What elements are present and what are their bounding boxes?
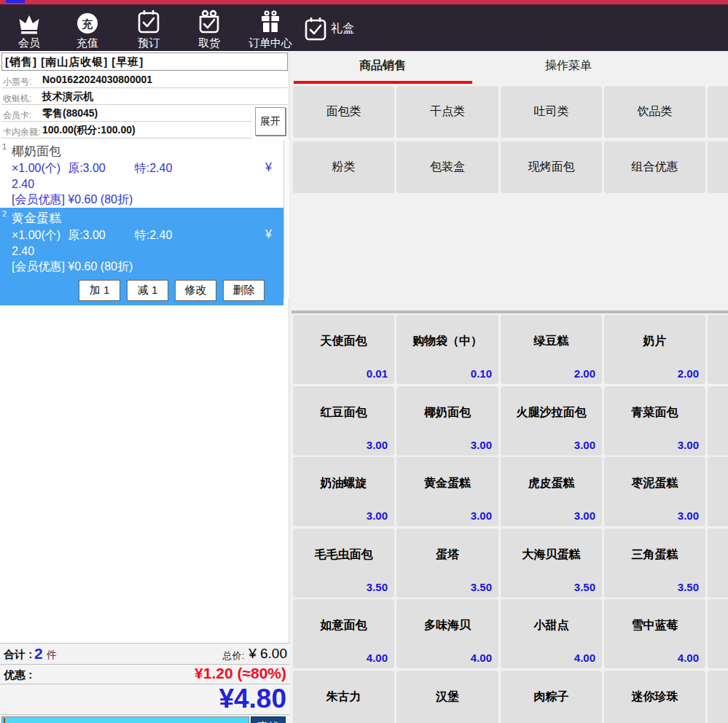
register-value: 技术演示机 — [42, 90, 93, 103]
product-cell-partial[interactable] — [708, 528, 728, 598]
category-bread[interactable]: 面包类 — [293, 86, 394, 138]
product-name: 雪中蓝莓 — [604, 618, 705, 633]
expand-button[interactable]: 展开 — [255, 107, 286, 136]
member-card-row: 会员卡: 零售(88045) — [1, 105, 252, 122]
cart-item-actions: 加 1 减 1 修改 删除 — [0, 275, 283, 305]
cart-item-selected[interactable]: 2 黄金蛋糕 ×1.00(个) 原:3.00 特:2.40 ¥ 2.40 [会员… — [0, 208, 283, 305]
cart-item-discount: [会员优惠] ¥0.60 (80折) — [0, 258, 283, 275]
product-cell[interactable]: 奶片 2.00 — [604, 315, 705, 384]
product-price: 3.50 — [367, 581, 388, 593]
product-name: 汉堡 — [396, 689, 498, 705]
category-boxes[interactable]: 包装盒 — [396, 141, 498, 193]
product-name: 奶油螺旋 — [293, 476, 394, 491]
cart-item-qty: ×1.00(个) — [12, 161, 60, 176]
product-cell[interactable]: 三角蛋糕 3.50 — [604, 528, 705, 598]
category-cell-partial[interactable] — [708, 141, 728, 193]
cart-item-discount: [会员优惠] ¥0.60 (80折) — [0, 191, 283, 208]
toolbar-item-order-center[interactable]: 订单中心 — [243, 7, 298, 50]
product-cell[interactable]: 椰奶面包 3.00 — [396, 386, 498, 456]
member-card-value: 零售(88045) — [42, 107, 98, 120]
cart-item[interactable]: 1 椰奶面包 ×1.00(个) 原:3.00 特:2.40 ¥ 2.40 [会员… — [0, 141, 283, 208]
cart-item-amount: 2.40 — [0, 243, 283, 258]
product-cell[interactable]: 奶油螺旋 3.00 — [293, 457, 394, 526]
gross-price-value: ¥ 6.00 — [248, 646, 287, 662]
product-name: 多味海贝 — [396, 618, 498, 633]
category-pastry[interactable]: 干点类 — [396, 86, 498, 138]
product-price: 3.00 — [471, 509, 492, 522]
cart-item-index: 1 — [2, 142, 7, 151]
minus-one-button[interactable]: 减 1 — [127, 280, 168, 301]
modify-button[interactable]: 修改 — [175, 280, 216, 301]
cart-item-detail: ×1.00(个) 原:3.00 特:2.40 ¥ — [0, 227, 283, 243]
category-noodles[interactable]: 粉类 — [293, 141, 394, 193]
input-caret — [4, 718, 5, 723]
product-cell-partial[interactable] — [708, 599, 728, 668]
product-cell[interactable]: 天使面包 0.01 — [293, 315, 394, 384]
product-cell[interactable]: 毛毛虫面包 3.50 — [293, 528, 394, 598]
delete-button[interactable]: 删除 — [223, 280, 265, 301]
cart-item-special-price: 特:2.40 — [135, 161, 173, 176]
toolbar-item-giftbox[interactable]: 礼盒 — [303, 15, 354, 42]
product-name: 奶片 — [604, 334, 705, 349]
product-price: 3.50 — [574, 581, 595, 593]
cart-item-qty: ×1.00(个) — [12, 228, 60, 243]
product-cell[interactable]: 小甜点 4.00 — [501, 599, 602, 668]
product-price: 0.10 — [471, 367, 492, 380]
toolbar-item-member[interactable]: 会员 — [9, 7, 50, 50]
product-cell[interactable]: 大海贝蛋糕 3.50 — [501, 528, 602, 598]
add-one-button[interactable]: 加 1 — [79, 280, 120, 301]
toolbar-item-pickup[interactable]: 取货 — [189, 7, 230, 50]
product-cell[interactable]: 红豆面包 3.00 — [293, 386, 394, 456]
product-name: 三角蛋糕 — [604, 547, 705, 563]
category-toast[interactable]: 吐司类 — [501, 86, 602, 138]
toolbar-item-recharge[interactable]: 充 充值 — [67, 7, 108, 50]
receipt-no-label: 小票号: — [3, 76, 31, 88]
category-combo[interactable]: 组合优惠 — [604, 141, 705, 193]
product-name: 枣泥蛋糕 — [604, 476, 705, 491]
tab-product-sales[interactable]: 商品销售 — [291, 51, 474, 82]
product-cell[interactable]: 迷你珍珠 — [604, 671, 705, 723]
cart-item-currency: ¥ — [265, 161, 272, 176]
search-button[interactable]: 查找 — [251, 716, 286, 723]
product-price: 2.00 — [574, 367, 595, 380]
product-cell[interactable]: 绿豆糕 2.00 — [501, 315, 602, 384]
product-cell[interactable]: 朱古力 — [293, 671, 394, 723]
product-cell[interactable]: 枣泥蛋糕 3.00 — [604, 457, 705, 526]
product-cell-partial[interactable] — [708, 457, 728, 526]
product-cell[interactable]: 多味海贝 4.00 — [396, 599, 498, 668]
product-price: 3.00 — [367, 509, 388, 522]
toolbar-item-reserve[interactable]: 预订 — [128, 7, 169, 50]
barcode-input[interactable] — [1, 716, 249, 723]
product-cell[interactable]: 汉堡 — [396, 671, 498, 723]
product-cell[interactable]: 雪中蓝莓 4.00 — [604, 599, 705, 668]
active-tab-underline — [294, 81, 472, 84]
product-cell[interactable]: 如意面包 4.00 — [293, 599, 394, 668]
product-cell-partial[interactable] — [708, 315, 728, 384]
toolbar-item-label: 订单中心 — [248, 36, 292, 50]
tab-operation-menu[interactable]: 操作菜单 — [477, 51, 659, 82]
category-drinks[interactable]: 饮品类 — [604, 86, 705, 138]
cart-scrollbar[interactable] — [283, 141, 289, 299]
product-price: 3.00 — [678, 439, 699, 451]
product-cell[interactable]: 肉粽子 — [501, 671, 602, 723]
cart-item-name: 黄金蛋糕 — [0, 208, 283, 227]
product-cell[interactable]: 青菜面包 3.00 — [604, 386, 705, 456]
cart-item-name: 椰奶面包 — [0, 141, 283, 160]
product-cell-partial[interactable] — [708, 386, 728, 456]
recharge-icon: 充 — [75, 7, 100, 35]
product-cell[interactable]: 购物袋（中） 0.10 — [396, 315, 498, 384]
product-cell[interactable]: 虎皮蛋糕 3.00 — [501, 457, 602, 526]
total-label: 合计 : — [4, 648, 32, 662]
cart-item-original-price: 原:3.00 — [68, 228, 106, 243]
grid-divider — [291, 310, 728, 313]
product-cell-partial[interactable] — [708, 671, 728, 723]
discount-label: 优惠 : — [4, 668, 32, 682]
product-cell[interactable]: 蛋塔 3.50 — [396, 528, 498, 598]
cart-list: 1 椰奶面包 ×1.00(个) 原:3.00 特:2.40 ¥ 2.40 [会员… — [0, 141, 289, 299]
product-cell[interactable]: 火腿沙拉面包 3.00 — [501, 386, 602, 456]
cart-item-special-price: 特:2.40 — [135, 228, 173, 243]
cart-item-currency: ¥ — [265, 228, 272, 243]
category-cell-partial[interactable] — [708, 86, 728, 138]
product-cell[interactable]: 黄金蛋糕 3.00 — [396, 457, 498, 526]
category-fresh-baked[interactable]: 现烤面包 — [501, 141, 602, 193]
